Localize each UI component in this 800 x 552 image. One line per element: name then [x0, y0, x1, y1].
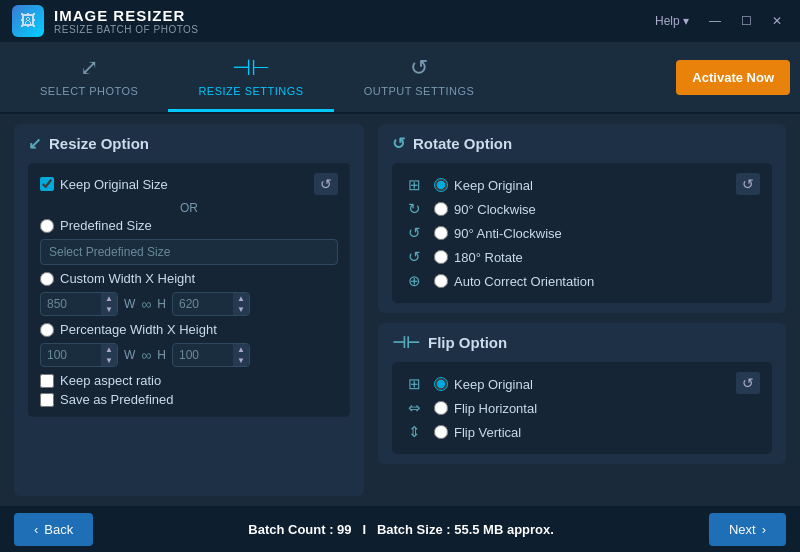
height-down-btn[interactable]: ▼ [233, 304, 249, 315]
rotate-180: ↺ 180° Rotate [404, 245, 594, 269]
maximize-button[interactable]: ☐ [735, 12, 758, 30]
height-spinner: ▲ ▼ [233, 293, 249, 315]
keep-aspect-row: Keep aspect ratio [40, 373, 338, 388]
rotate-keep-original-icon: ⊞ [404, 176, 424, 194]
help-button[interactable]: Help ▾ [649, 12, 695, 30]
pct-width-input-group: ▲ ▼ [40, 343, 118, 367]
height-input[interactable] [173, 293, 233, 315]
rotate-90cw-radio-label[interactable]: 90° Clockwise [434, 202, 536, 217]
height-up-btn[interactable]: ▲ [233, 293, 249, 304]
output-settings-icon: ↺ [410, 55, 429, 81]
flip-vertical-icon: ⇕ [404, 423, 424, 441]
custom-dim-row: ▲ ▼ W ∞ H ▲ ▼ [40, 292, 338, 316]
nav-output-settings[interactable]: ↺ OUTPUT SETTINGS [334, 42, 505, 112]
flip-vertical-radio-label[interactable]: Flip Vertical [434, 425, 521, 440]
or-divider: OR [40, 201, 338, 215]
activate-now-button[interactable]: Activate Now [676, 60, 790, 95]
rotate-keep-original: ⊞ Keep Original [404, 173, 594, 197]
custom-wh-row: Custom Width X Height [40, 271, 338, 286]
rotate-auto: ⊕ Auto Correct Orientation [404, 269, 594, 293]
nav-select-photos[interactable]: ⤢ SELECT PHOTOS [10, 42, 168, 112]
predefined-select-row: Select Predefined Size [40, 239, 338, 265]
rotate-options-list: ⊞ Keep Original ↻ 90° Clockwise [404, 173, 594, 293]
width-spinner: ▲ ▼ [101, 293, 117, 315]
select-photos-icon: ⤢ [80, 55, 99, 81]
app-title: IMAGE RESIZER [54, 7, 639, 24]
predefined-row: Predefined Size [40, 218, 338, 233]
save-predefined-label[interactable]: Save as Predefined [40, 392, 173, 407]
pct-width-down-btn[interactable]: ▼ [101, 355, 117, 366]
output-settings-label: OUTPUT SETTINGS [364, 85, 475, 97]
titlebar-controls: Help ▾ — ☐ ✕ [649, 12, 788, 30]
rotate-90acw-icon: ↺ [404, 224, 424, 242]
width-down-btn[interactable]: ▼ [101, 304, 117, 315]
select-photos-label: SELECT PHOTOS [40, 85, 138, 97]
custom-wh-radio[interactable] [40, 272, 54, 286]
next-icon: › [762, 522, 766, 537]
predefined-radio-label[interactable]: Predefined Size [40, 218, 152, 233]
flip-reset-button[interactable]: ↺ [736, 372, 760, 394]
close-button[interactable]: ✕ [766, 12, 788, 30]
rotate-90cw-radio[interactable] [434, 202, 448, 216]
pct-width-input[interactable] [41, 344, 101, 366]
flip-keep-radio[interactable] [434, 377, 448, 391]
resize-option-title: ↙ Resize Option [28, 134, 350, 153]
back-button[interactable]: ‹ Back [14, 513, 93, 546]
resize-settings-label: RESIZE SETTINGS [198, 85, 303, 97]
keep-original-row: Keep Original Size ↺ [40, 173, 338, 195]
pct-wh-radio[interactable] [40, 323, 54, 337]
pct-height-down-btn[interactable]: ▼ [233, 355, 249, 366]
rotate-title-icon: ↺ [392, 134, 405, 153]
flip-keep-original-icon: ⊞ [404, 375, 424, 393]
flip-title-icon: ⊣⊢ [392, 333, 420, 352]
rotate-180-radio[interactable] [434, 250, 448, 264]
custom-wh-radio-label[interactable]: Custom Width X Height [40, 271, 195, 286]
navbar: ⤢ SELECT PHOTOS ⊣⊢ RESIZE SETTINGS ↺ OUT… [0, 42, 800, 114]
flip-vertical: ⇕ Flip Vertical [404, 420, 537, 444]
predefined-select[interactable]: Select Predefined Size [40, 239, 338, 265]
keep-original-checkbox-label[interactable]: Keep Original Size [40, 177, 168, 192]
rotate-90-cw: ↻ 90° Clockwise [404, 197, 594, 221]
width-input[interactable] [41, 293, 101, 315]
flip-option-title: ⊣⊢ Flip Option [392, 333, 772, 352]
width-up-btn[interactable]: ▲ [101, 293, 117, 304]
rotate-auto-radio-label[interactable]: Auto Correct Orientation [434, 274, 594, 289]
rotate-auto-radio[interactable] [434, 274, 448, 288]
rotate-reset-button[interactable]: ↺ [736, 173, 760, 195]
rotate-90acw-radio-label[interactable]: 90° Anti-Clockwise [434, 226, 562, 241]
height-input-group: ▲ ▼ [172, 292, 250, 316]
rotate-auto-icon: ⊕ [404, 272, 424, 290]
pct-width-spinner: ▲ ▼ [101, 344, 117, 366]
pct-height-up-btn[interactable]: ▲ [233, 344, 249, 355]
rotate-option-title: ↺ Rotate Option [392, 134, 772, 153]
pct-wh-radio-label[interactable]: Percentage Width X Height [40, 322, 217, 337]
flip-option-panel: ⊣⊢ Flip Option ⊞ Keep Original [378, 323, 786, 464]
resize-reset-button[interactable]: ↺ [314, 173, 338, 195]
rotate-180-radio-label[interactable]: 180° Rotate [434, 250, 523, 265]
rotate-90acw-radio[interactable] [434, 226, 448, 240]
keep-aspect-checkbox[interactable] [40, 374, 54, 388]
app-title-block: IMAGE RESIZER RESIZE BATCH OF PHOTOS [54, 7, 639, 35]
nav-resize-settings[interactable]: ⊣⊢ RESIZE SETTINGS [168, 42, 333, 112]
flip-horizontal: ⇔ Flip Horizontal [404, 396, 537, 420]
titlebar: 🖼 IMAGE RESIZER RESIZE BATCH OF PHOTOS H… [0, 0, 800, 42]
minimize-button[interactable]: — [703, 12, 727, 30]
pct-wh-row: Percentage Width X Height [40, 322, 338, 337]
flip-keep-radio-label[interactable]: Keep Original [434, 377, 533, 392]
keep-original-checkbox[interactable] [40, 177, 54, 191]
rotate-keep-radio[interactable] [434, 178, 448, 192]
pct-width-up-btn[interactable]: ▲ [101, 344, 117, 355]
pct-height-input-group: ▲ ▼ [172, 343, 250, 367]
pct-height-input[interactable] [173, 344, 233, 366]
flip-vertical-radio[interactable] [434, 425, 448, 439]
keep-aspect-label[interactable]: Keep aspect ratio [40, 373, 161, 388]
main-content: ↙ Resize Option Keep Original Size ↺ OR … [0, 114, 800, 506]
next-button[interactable]: Next › [709, 513, 786, 546]
rotate-keep-original-radio-label[interactable]: Keep Original [434, 178, 533, 193]
flip-horizontal-radio[interactable] [434, 401, 448, 415]
flip-horizontal-radio-label[interactable]: Flip Horizontal [434, 401, 537, 416]
flip-keep-original: ⊞ Keep Original [404, 372, 537, 396]
predefined-radio[interactable] [40, 219, 54, 233]
save-predefined-row: Save as Predefined [40, 392, 338, 407]
save-predefined-checkbox[interactable] [40, 393, 54, 407]
